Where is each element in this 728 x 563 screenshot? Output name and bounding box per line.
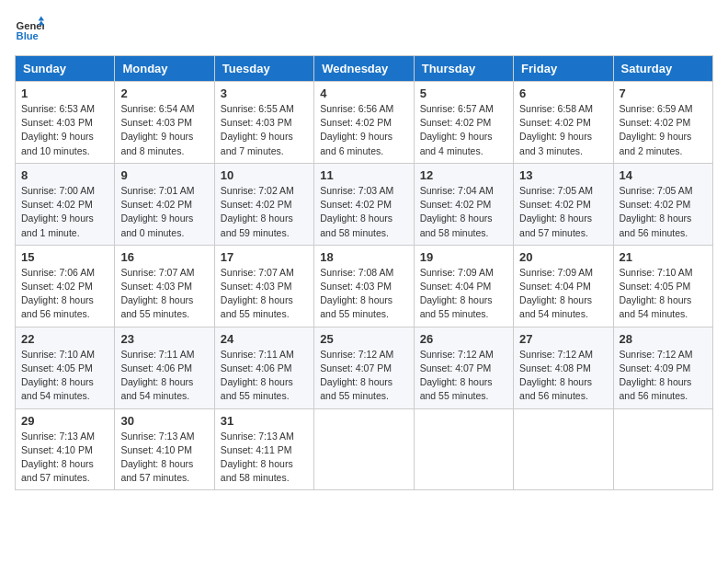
day-number: 21	[620, 250, 707, 264]
svg-text:Blue: Blue	[17, 30, 39, 41]
calendar-week-row: 15Sunrise: 7:06 AMSunset: 4:02 PMDayligh…	[16, 245, 713, 327]
calendar-cell: 19Sunrise: 7:09 AMSunset: 4:04 PMDayligh…	[414, 245, 513, 327]
calendar-cell: 7Sunrise: 6:59 AMSunset: 4:02 PMDaylight…	[613, 82, 712, 164]
day-number: 11	[320, 168, 407, 182]
calendar-cell: 31Sunrise: 7:13 AMSunset: 4:11 PMDayligh…	[214, 408, 313, 490]
page-header: General Blue	[15, 15, 713, 44]
day-number: 7	[620, 86, 707, 100]
svg-marker-2	[39, 17, 44, 21]
day-number: 12	[420, 168, 507, 182]
day-info: Sunrise: 7:06 AMSunset: 4:02 PMDaylight:…	[21, 266, 108, 322]
day-number: 15	[21, 250, 108, 264]
calendar-cell: 2Sunrise: 6:54 AMSunset: 4:03 PMDaylight…	[115, 82, 214, 164]
day-info: Sunrise: 7:09 AMSunset: 4:04 PMDaylight:…	[420, 266, 507, 322]
day-info: Sunrise: 7:13 AMSunset: 4:10 PMDaylight:…	[120, 430, 208, 486]
calendar-cell: 15Sunrise: 7:06 AMSunset: 4:02 PMDayligh…	[16, 245, 115, 327]
day-number: 3	[221, 86, 308, 100]
day-info: Sunrise: 6:56 AMSunset: 4:02 PMDaylight:…	[320, 102, 407, 158]
day-info: Sunrise: 7:13 AMSunset: 4:11 PMDaylight:…	[221, 430, 308, 486]
svg-text:General: General	[17, 20, 44, 31]
day-info: Sunrise: 6:54 AMSunset: 4:03 PMDaylight:…	[120, 102, 208, 158]
logo-icon: General Blue	[15, 15, 44, 44]
calendar-week-row: 1Sunrise: 6:53 AMSunset: 4:03 PMDaylight…	[16, 82, 713, 164]
day-number: 17	[221, 250, 308, 264]
day-info: Sunrise: 7:09 AMSunset: 4:04 PMDaylight:…	[519, 266, 607, 322]
calendar-cell: 28Sunrise: 7:12 AMSunset: 4:09 PMDayligh…	[613, 327, 712, 408]
day-number: 9	[120, 168, 208, 182]
day-info: Sunrise: 7:12 AMSunset: 4:09 PMDaylight:…	[620, 348, 707, 404]
calendar-cell: 10Sunrise: 7:02 AMSunset: 4:02 PMDayligh…	[214, 163, 313, 245]
calendar-cell: 26Sunrise: 7:12 AMSunset: 4:07 PMDayligh…	[414, 327, 513, 408]
day-number: 13	[519, 168, 607, 182]
calendar-cell: 16Sunrise: 7:07 AMSunset: 4:03 PMDayligh…	[115, 245, 214, 327]
calendar-cell: 6Sunrise: 6:58 AMSunset: 4:02 PMDaylight…	[514, 82, 613, 164]
weekday-header: Saturday	[613, 56, 712, 82]
calendar-cell: 17Sunrise: 7:07 AMSunset: 4:03 PMDayligh…	[214, 245, 313, 327]
day-info: Sunrise: 6:53 AMSunset: 4:03 PMDaylight:…	[21, 102, 108, 158]
day-info: Sunrise: 7:10 AMSunset: 4:05 PMDaylight:…	[620, 266, 707, 322]
day-info: Sunrise: 7:07 AMSunset: 4:03 PMDaylight:…	[120, 266, 208, 322]
day-number: 5	[420, 86, 507, 100]
calendar-cell: 9Sunrise: 7:01 AMSunset: 4:02 PMDaylight…	[115, 163, 214, 245]
calendar-cell: 21Sunrise: 7:10 AMSunset: 4:05 PMDayligh…	[613, 245, 712, 327]
day-number: 14	[620, 168, 707, 182]
day-number: 24	[221, 332, 308, 346]
calendar-cell	[414, 408, 513, 490]
day-number: 27	[519, 332, 607, 346]
calendar-cell: 14Sunrise: 7:05 AMSunset: 4:02 PMDayligh…	[613, 163, 712, 245]
day-info: Sunrise: 6:59 AMSunset: 4:02 PMDaylight:…	[620, 102, 707, 158]
weekday-header: Friday	[514, 56, 613, 82]
day-info: Sunrise: 7:12 AMSunset: 4:07 PMDaylight:…	[320, 348, 407, 404]
day-number: 22	[21, 332, 108, 346]
day-number: 18	[320, 250, 407, 264]
day-info: Sunrise: 6:57 AMSunset: 4:02 PMDaylight:…	[420, 102, 507, 158]
day-info: Sunrise: 7:05 AMSunset: 4:02 PMDaylight:…	[519, 184, 607, 240]
calendar-table: SundayMondayTuesdayWednesdayThursdayFrid…	[15, 55, 713, 490]
calendar-cell: 4Sunrise: 6:56 AMSunset: 4:02 PMDaylight…	[314, 82, 414, 164]
calendar-cell: 18Sunrise: 7:08 AMSunset: 4:03 PMDayligh…	[314, 245, 414, 327]
day-info: Sunrise: 7:07 AMSunset: 4:03 PMDaylight:…	[221, 266, 308, 322]
day-number: 26	[420, 332, 507, 346]
calendar-cell: 20Sunrise: 7:09 AMSunset: 4:04 PMDayligh…	[514, 245, 613, 327]
weekday-header: Thursday	[414, 56, 513, 82]
weekday-header: Wednesday	[314, 56, 414, 82]
day-number: 1	[21, 86, 108, 100]
calendar-body: 1Sunrise: 6:53 AMSunset: 4:03 PMDaylight…	[16, 82, 713, 490]
day-info: Sunrise: 7:10 AMSunset: 4:05 PMDaylight:…	[21, 348, 108, 404]
day-info: Sunrise: 7:12 AMSunset: 4:08 PMDaylight:…	[519, 348, 607, 404]
day-info: Sunrise: 7:05 AMSunset: 4:02 PMDaylight:…	[620, 184, 707, 240]
day-info: Sunrise: 7:03 AMSunset: 4:02 PMDaylight:…	[320, 184, 407, 240]
calendar-header-row: SundayMondayTuesdayWednesdayThursdayFrid…	[16, 56, 713, 82]
day-info: Sunrise: 6:58 AMSunset: 4:02 PMDaylight:…	[519, 102, 607, 158]
calendar-cell: 23Sunrise: 7:11 AMSunset: 4:06 PMDayligh…	[115, 327, 214, 408]
day-info: Sunrise: 7:01 AMSunset: 4:02 PMDaylight:…	[120, 184, 208, 240]
weekday-header: Monday	[115, 56, 214, 82]
calendar-week-row: 29Sunrise: 7:13 AMSunset: 4:10 PMDayligh…	[16, 408, 713, 490]
day-number: 2	[120, 86, 208, 100]
calendar-cell	[314, 408, 414, 490]
calendar-week-row: 22Sunrise: 7:10 AMSunset: 4:05 PMDayligh…	[16, 327, 713, 408]
calendar-cell	[613, 408, 712, 490]
day-number: 29	[21, 414, 108, 428]
calendar-cell: 30Sunrise: 7:13 AMSunset: 4:10 PMDayligh…	[115, 408, 214, 490]
calendar-cell: 27Sunrise: 7:12 AMSunset: 4:08 PMDayligh…	[514, 327, 613, 408]
day-number: 10	[221, 168, 308, 182]
calendar-cell: 5Sunrise: 6:57 AMSunset: 4:02 PMDaylight…	[414, 82, 513, 164]
day-number: 20	[519, 250, 607, 264]
day-number: 19	[420, 250, 507, 264]
calendar-cell: 29Sunrise: 7:13 AMSunset: 4:10 PMDayligh…	[16, 408, 115, 490]
calendar-cell: 24Sunrise: 7:11 AMSunset: 4:06 PMDayligh…	[214, 327, 313, 408]
day-info: Sunrise: 7:08 AMSunset: 4:03 PMDaylight:…	[320, 266, 407, 322]
day-info: Sunrise: 7:11 AMSunset: 4:06 PMDaylight:…	[221, 348, 308, 404]
day-number: 28	[620, 332, 707, 346]
day-number: 6	[519, 86, 607, 100]
calendar-cell: 8Sunrise: 7:00 AMSunset: 4:02 PMDaylight…	[16, 163, 115, 245]
calendar-cell	[514, 408, 613, 490]
day-info: Sunrise: 7:11 AMSunset: 4:06 PMDaylight:…	[120, 348, 208, 404]
day-info: Sunrise: 7:13 AMSunset: 4:10 PMDaylight:…	[21, 430, 108, 486]
calendar-cell: 11Sunrise: 7:03 AMSunset: 4:02 PMDayligh…	[314, 163, 414, 245]
calendar-cell: 3Sunrise: 6:55 AMSunset: 4:03 PMDaylight…	[214, 82, 313, 164]
day-info: Sunrise: 7:02 AMSunset: 4:02 PMDaylight:…	[221, 184, 308, 240]
calendar-week-row: 8Sunrise: 7:00 AMSunset: 4:02 PMDaylight…	[16, 163, 713, 245]
day-info: Sunrise: 7:00 AMSunset: 4:02 PMDaylight:…	[21, 184, 108, 240]
